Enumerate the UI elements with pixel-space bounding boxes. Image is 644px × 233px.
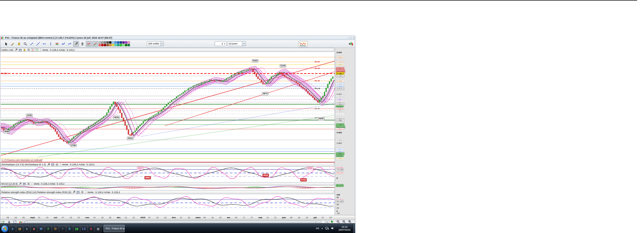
scroll-track[interactable]: ≡ — [26, 220, 325, 223]
settings-wrench-icon[interactable] — [47, 163, 50, 166]
detach-window-icon[interactable] — [18, 48, 22, 52]
tray-expand-arrow[interactable]: ▲ — [321, 227, 323, 229]
alarm-bell-icon[interactable] — [23, 48, 26, 52]
period-unit-dropdown-arrow[interactable]: ▼ — [242, 42, 246, 46]
taskbar-icon-clock-app[interactable]: ◔ — [59, 225, 66, 232]
zigzag-tool[interactable] — [60, 41, 66, 47]
color-swatch[interactable] — [114, 41, 117, 44]
taskbar-icon-outlook[interactable]: O — [52, 225, 59, 232]
segment-tool[interactable] — [29, 41, 35, 47]
taskbar-icon-mediaplayer[interactable]: ● — [23, 225, 30, 232]
color-swatch[interactable] — [112, 44, 114, 46]
color-swatch[interactable] — [125, 44, 127, 46]
taskbar-icon-app2[interactable]: L3 — [80, 225, 87, 232]
stoch-chart-canvas[interactable] — [1, 167, 335, 182]
vline-tool[interactable] — [48, 41, 54, 47]
close-indicator-icon[interactable] — [27, 182, 30, 185]
close-button[interactable]: × — [353, 36, 354, 39]
chart-window-icon[interactable] — [13, 220, 17, 223]
volume-icon[interactable] — [331, 226, 334, 231]
color-swatch[interactable] — [112, 41, 114, 44]
taskbar-icon-explorer[interactable]: ▤ — [16, 225, 23, 232]
pattern-a-tool[interactable] — [86, 41, 92, 47]
start-button[interactable] — [1, 225, 8, 232]
units-dropdown[interactable]: 200 unités ▼ — [147, 41, 164, 46]
hline-tool[interactable] — [41, 41, 47, 47]
taskbar-icon-word[interactable]: W — [38, 225, 45, 232]
zoom-in-button[interactable] — [348, 220, 352, 223]
detach-window-icon[interactable] — [76, 191, 80, 194]
scroll-thumb[interactable]: ≡ — [27, 221, 321, 223]
alarm-tool[interactable]: * — [16, 41, 22, 47]
color-swatch[interactable] — [114, 44, 117, 46]
taskbar-icon-excel[interactable]: X — [45, 225, 52, 232]
color-swatch[interactable] — [99, 44, 101, 46]
taskbar-icon-skype[interactable]: S — [66, 225, 73, 232]
restore-button[interactable]: □ — [350, 36, 351, 39]
color-swatch[interactable] — [128, 44, 130, 46]
color-swatch[interactable] — [109, 41, 111, 44]
fib-tool[interactable] — [54, 41, 60, 47]
taskbar-icon-trading-app[interactable]: ▮▮ — [73, 225, 80, 232]
settings-wrench-icon[interactable] — [18, 182, 22, 185]
profile-icon[interactable] — [7, 220, 11, 223]
close-indicator-icon[interactable] — [27, 48, 30, 52]
color-swatch[interactable] — [106, 44, 109, 46]
pattern-detection-button[interactable] — [298, 41, 308, 47]
macd-chart-canvas[interactable] — [1, 185, 335, 190]
color-swatch[interactable] — [106, 41, 109, 44]
color-swatch[interactable] — [104, 44, 106, 46]
color-swatch[interactable] — [120, 41, 122, 44]
export-icon[interactable] — [1, 220, 5, 223]
color-swatch[interactable] — [104, 41, 106, 44]
color-swatch[interactable] — [109, 44, 111, 46]
zoom-reset-button[interactable]: ! — [336, 220, 340, 223]
zoom-out-button[interactable] — [342, 220, 346, 223]
color-swatch[interactable] — [117, 44, 119, 46]
pattern-b-tool[interactable] — [92, 41, 98, 47]
scroll-left-button[interactable]: ◄ — [22, 220, 26, 223]
delete-tool[interactable] — [80, 41, 85, 47]
detach-window-icon[interactable] — [22, 182, 26, 185]
tools-settings[interactable] — [73, 41, 79, 47]
show-desktop-button[interactable] — [353, 224, 355, 233]
price-axis[interactable]: 5 6005 508,45 419,85 366,05 261,2Mensuel… — [335, 48, 355, 215]
fork-tool[interactable] — [67, 41, 73, 47]
period-spinner[interactable]: 2 ▲▼ — [215, 41, 226, 46]
color-swatch[interactable] — [122, 44, 125, 46]
main-chart-canvas[interactable] — [1, 52, 335, 158]
detach-window-icon[interactable] — [51, 163, 54, 166]
color-swatch[interactable] — [101, 44, 104, 46]
close-indicator-icon[interactable] — [55, 163, 59, 166]
chart-type-button[interactable] — [348, 41, 354, 47]
sell-order-icon[interactable] — [31, 48, 35, 52]
period-unit-dropdown[interactable]: (x) jours ▼ — [227, 41, 246, 46]
color-swatch[interactable] — [128, 41, 130, 44]
rsi-chart-canvas[interactable] — [1, 194, 335, 215]
settings-wrench-icon[interactable] — [72, 191, 76, 194]
color-swatch[interactable] — [122, 41, 125, 44]
zoom-tool[interactable] — [22, 41, 28, 47]
window-titlebar[interactable]: PX1 - France 40 au comptant (Mini-contra… — [0, 36, 355, 40]
settings-wrench-icon[interactable] — [14, 48, 18, 52]
histogram-icon[interactable] — [19, 220, 22, 223]
scroll-right-button[interactable]: ► — [326, 220, 329, 223]
taskbar-icon-app3[interactable]: ▦ — [95, 225, 102, 232]
period-spinner-arrows[interactable]: ▲▼ — [223, 43, 226, 45]
close-indicator-icon[interactable] — [81, 191, 84, 194]
taskbar-icon-ie[interactable]: e — [9, 225, 16, 232]
minimize-button[interactable]: – — [347, 36, 349, 39]
time-axis[interactable]: 081826sept.1119oct.071523nov.101826déc.1… — [0, 215, 355, 220]
taskbar-clock[interactable]: 16:10 20/07/2015 — [336, 226, 353, 231]
color-swatch[interactable] — [99, 41, 101, 44]
network-icon[interactable] — [325, 226, 329, 231]
pointer-zoom-icon[interactable] — [330, 220, 334, 223]
taskbar-icon-pdf[interactable]: A — [87, 225, 95, 232]
language-indicator[interactable]: FR — [316, 227, 319, 230]
pencil-tool[interactable] — [10, 41, 16, 47]
taskbar-icon-app1[interactable]: ◆ — [30, 225, 38, 232]
color-swatch[interactable] — [120, 44, 122, 46]
color-swatch[interactable] — [101, 41, 104, 44]
color-swatch[interactable] — [117, 41, 119, 44]
units-dropdown-arrow[interactable]: ▼ — [160, 42, 164, 46]
